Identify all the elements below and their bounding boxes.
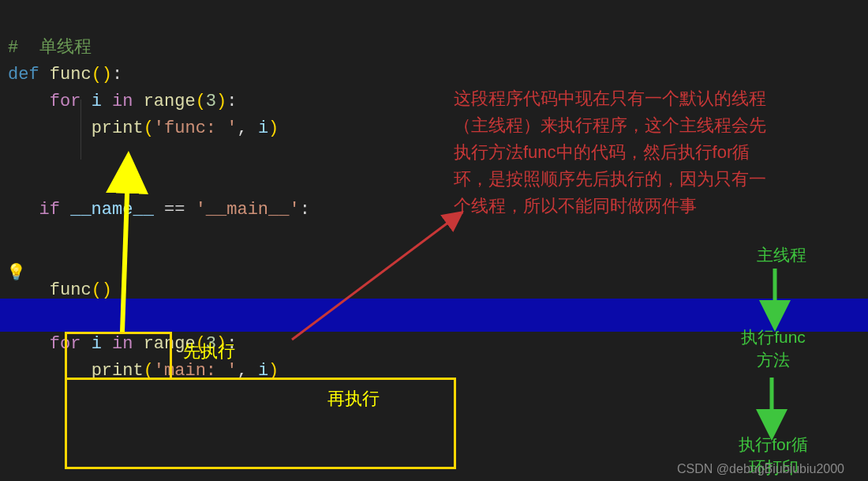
code-line-2: def func(): [8, 65, 122, 85]
highlight-box-func-call [65, 332, 172, 380]
code-line-4: print('func: ', i) [8, 118, 279, 138]
explanation-red: 这段程序代码中现在只有一个默认的线程 （主线程）来执行程序，这个主线程会先 执行… [454, 85, 864, 220]
watermark: CSDN @debugBiubiubiu2000 [677, 462, 844, 476]
highlight-box-for-loop [65, 378, 456, 469]
lightbulb-icon[interactable]: 💡 [6, 262, 26, 282]
code-line-3: for i in range(3): [8, 92, 237, 111]
flow-label-main-thread: 主线程 [734, 243, 829, 266]
code-line-5: if __name__ == '__main__': [8, 200, 310, 220]
label-execute-first: 先执行 [183, 340, 235, 363]
code-line-1: # 单线程 [8, 38, 92, 58]
flow-label-exec-func: 执行func 方法 [726, 325, 821, 372]
label-execute-second: 再执行 [327, 387, 380, 411]
code-line-6: func() [8, 280, 112, 300]
